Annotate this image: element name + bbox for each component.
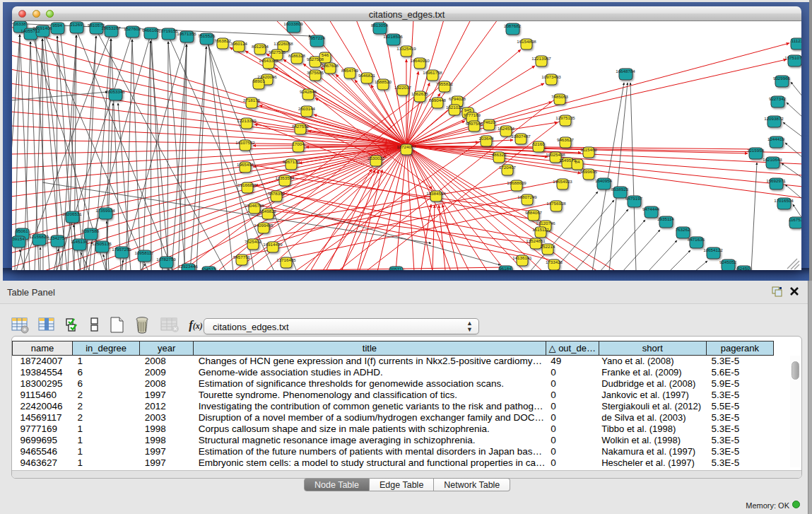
svg-text:16338: 16338 [13,21,26,26]
svg-text:96184: 96184 [499,266,512,270]
svg-text:1322037: 1322037 [394,85,412,90]
svg-text:9474444: 9474444 [642,206,660,211]
svg-text:9115460: 9115460 [580,147,597,152]
svg-text:13756928: 13756928 [546,201,566,206]
svg-text:17957255: 17957255 [112,247,131,252]
svg-text:3215958: 3215958 [747,148,765,153]
svg-text:6479197: 6479197 [625,196,643,201]
svg-text:2087682: 2087682 [504,23,522,28]
svg-text:9242848: 9242848 [300,89,317,94]
svg-text:13524851: 13524851 [526,238,546,243]
svg-text:8267130: 8267130 [283,159,300,164]
svg-text:1244419: 1244419 [767,136,785,141]
svg-text:6794028: 6794028 [449,96,466,101]
svg-text:18807249: 18807249 [517,194,537,199]
svg-text:16154808: 16154808 [517,39,536,44]
svg-text:7485063: 7485063 [551,94,569,99]
svg-text:1720407: 1720407 [499,165,517,170]
svg-text:13226058: 13226058 [273,41,293,46]
svg-text:5878352: 5878352 [268,191,286,196]
svg-text:8427552: 8427552 [292,124,310,129]
svg-text:16961758: 16961758 [423,70,442,75]
svg-text:1145134: 1145134 [71,239,88,244]
svg-text:546: 546 [322,52,329,57]
svg-text:13325419: 13325419 [396,46,416,51]
svg-text:17359934: 17359934 [95,208,115,213]
svg-text:763262: 763262 [676,227,690,232]
svg-text:3675685: 3675685 [307,70,324,75]
svg-text:8454749: 8454749 [341,68,359,73]
svg-text:16648784: 16648784 [616,69,635,74]
svg-text:10654122: 10654122 [703,247,723,252]
svg-text:12213967: 12213967 [531,56,551,61]
svg-text:7515526: 7515526 [198,33,216,38]
svg-text:98901: 98901 [252,78,265,83]
svg-text:9227342: 9227342 [769,96,787,101]
svg-text:39154: 39154 [12,236,25,241]
svg-text:19166825: 19166825 [237,182,257,187]
svg-text:16210643: 16210643 [763,157,782,162]
svg-text:20691406: 20691406 [33,25,52,30]
svg-text:1640954: 1640954 [595,178,613,183]
svg-text:2603144: 2603144 [298,106,316,111]
svg-text:10973493: 10973493 [541,74,561,79]
svg-text:16033809: 16033809 [283,21,303,26]
svg-text:13716485: 13716485 [276,257,296,262]
svg-text:62160: 62160 [532,141,545,146]
svg-text:8990448: 8990448 [429,98,447,103]
svg-text:9457791: 9457791 [233,255,251,259]
svg-text:8813054: 8813054 [371,23,389,28]
svg-text:2530023: 2530023 [367,156,385,160]
svg-text:8186328: 8186328 [288,53,306,58]
svg-text:15751074: 15751074 [784,55,801,60]
svg-text:3960124: 3960124 [230,41,248,46]
svg-text:20571: 20571 [389,267,402,270]
svg-text:10671355: 10671355 [177,31,196,36]
svg-text:1588520: 1588520 [375,79,392,84]
svg-text:12093872: 12093872 [764,116,784,121]
svg-text:16120746: 16120746 [536,221,555,226]
svg-text:1549579: 1549579 [559,158,577,163]
svg-text:16107552: 16107552 [235,140,255,145]
svg-text:7955822: 7955822 [436,81,454,86]
svg-text:14099485: 14099485 [254,223,273,228]
svg-text:6897568: 6897568 [466,121,483,126]
svg-text:7957224: 7957224 [308,35,326,40]
svg-text:8912954: 8912954 [252,44,269,49]
svg-text:11123: 11123 [792,38,801,43]
svg-text:1527602: 1527602 [124,26,141,31]
svg-text:16543382: 16543382 [259,58,278,63]
svg-text:2718176: 2718176 [243,98,261,103]
svg-text:9527508: 9527508 [307,57,324,62]
svg-text:9397588: 9397588 [82,228,100,233]
svg-text:15046766: 15046766 [245,203,264,208]
svg-text:252214: 252214 [541,244,555,249]
svg-text:20053346: 20053346 [105,89,125,94]
svg-text:12975135: 12975135 [555,115,575,120]
svg-text:10807487: 10807487 [511,134,531,139]
svg-text:95061: 95061 [16,228,28,233]
svg-text:9329966: 9329966 [773,76,791,81]
svg-text:20206531: 20206531 [62,211,82,216]
svg-text:1362635: 1362635 [411,91,429,96]
svg-text:10025438: 10025438 [546,152,565,157]
svg-text:11353594: 11353594 [275,175,295,180]
svg-text:19654923: 19654923 [553,179,572,184]
svg-text:486322: 486322 [492,152,507,157]
svg-text:13218506: 13218506 [383,34,403,39]
svg-text:1624554: 1624554 [498,126,515,131]
svg-text:8938923: 8938923 [611,187,629,192]
svg-text:19384554: 19384554 [426,191,446,196]
svg-text:1615112: 1615112 [532,227,549,232]
svg-text:9884067: 9884067 [525,210,543,215]
svg-text:104523: 104523 [201,267,216,270]
svg-text:10719155: 10719155 [158,28,178,33]
svg-text:1621022: 1621022 [446,105,464,110]
svg-text:12156829: 12156829 [29,234,49,239]
svg-text:116753: 116753 [789,217,801,222]
svg-text:9646821: 9646821 [358,73,376,78]
svg-text:9699695: 9699695 [580,169,598,174]
svg-text:6466160: 6466160 [142,28,160,33]
svg-text:84: 84 [575,159,580,164]
svg-text:12505135: 12505135 [92,241,112,246]
